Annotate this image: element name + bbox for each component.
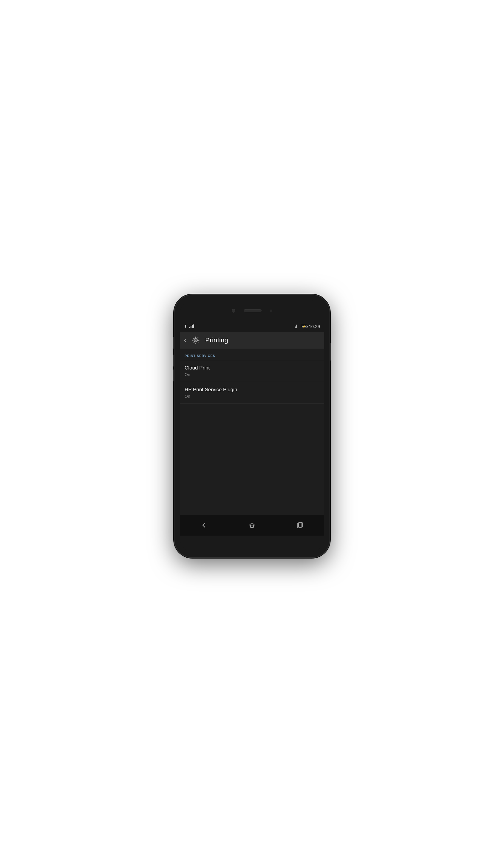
hp-print-item[interactable]: HP Print Service Plugin On bbox=[180, 382, 324, 404]
battery-fill: ⚡ bbox=[302, 326, 306, 327]
nav-back-button[interactable] bbox=[195, 519, 213, 531]
home-nav-icon bbox=[248, 521, 256, 529]
phone-device: ⬇ bbox=[175, 295, 329, 557]
battery-body: ⚡ bbox=[301, 325, 307, 328]
bar4 bbox=[193, 324, 194, 328]
earpiece-speaker bbox=[244, 309, 262, 312]
nav-recents-button[interactable] bbox=[291, 519, 309, 531]
bar2 bbox=[191, 326, 192, 328]
app-bar: ‹ bbox=[180, 332, 324, 349]
download-icon: ⬇ bbox=[184, 324, 187, 329]
charging-bolt: ⚡ bbox=[303, 325, 305, 327]
bar1 bbox=[189, 327, 190, 328]
screen: ⬇ bbox=[180, 321, 324, 536]
back-button[interactable]: ‹ bbox=[184, 337, 186, 344]
back-nav-icon bbox=[200, 521, 208, 529]
content-area: PRINT SERVICES Cloud Print On HP Print S… bbox=[180, 349, 324, 515]
cloud-print-title: Cloud Print bbox=[185, 365, 319, 371]
bottom-bezel bbox=[180, 536, 324, 552]
settings-gear-icon bbox=[190, 335, 201, 346]
mobile-signal-icon bbox=[294, 324, 299, 328]
status-left-icons: ⬇ bbox=[184, 324, 194, 329]
hp-print-status: On bbox=[185, 394, 319, 399]
status-right-icons: ⚡ 10:29 bbox=[294, 324, 320, 329]
phone-screen: ⬇ bbox=[180, 300, 324, 552]
front-camera bbox=[232, 309, 235, 312]
gear-svg bbox=[191, 336, 200, 345]
hp-print-title: HP Print Service Plugin bbox=[185, 387, 319, 393]
status-bar: ⬇ bbox=[180, 321, 324, 332]
proximity-sensor bbox=[270, 310, 272, 312]
battery-icon: ⚡ bbox=[301, 325, 307, 328]
bar3 bbox=[192, 325, 193, 328]
navigation-bar bbox=[180, 515, 324, 536]
recents-nav-icon bbox=[296, 521, 304, 529]
top-bezel bbox=[180, 300, 324, 321]
nav-home-button[interactable] bbox=[243, 519, 261, 531]
clock: 10:29 bbox=[309, 324, 320, 329]
cloud-print-status: On bbox=[185, 372, 319, 377]
svg-rect-3 bbox=[251, 525, 253, 528]
cloud-print-item[interactable]: Cloud Print On bbox=[180, 360, 324, 382]
page-title: Printing bbox=[205, 337, 228, 344]
signal-triangle bbox=[294, 324, 297, 328]
signal-bars-icon bbox=[189, 324, 194, 328]
section-header: PRINT SERVICES bbox=[180, 349, 324, 360]
